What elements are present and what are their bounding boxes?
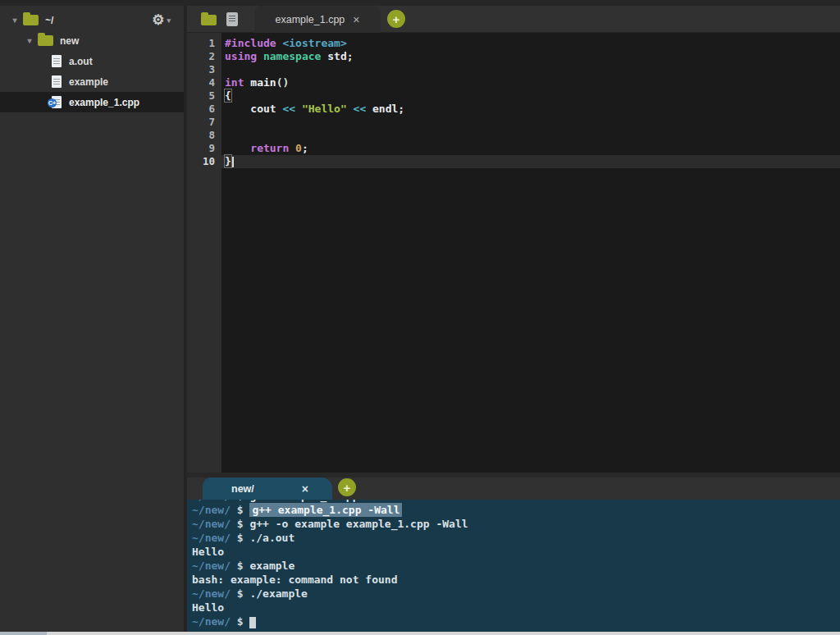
horizontal-scrollbar[interactable] bbox=[0, 632, 840, 635]
code-token: <iostream> bbox=[282, 37, 346, 49]
prompt-symbol: $ bbox=[231, 500, 249, 502]
prompt-path: ~/new/ bbox=[192, 500, 231, 502]
code-token: ; bbox=[398, 103, 404, 115]
terminal-cursor bbox=[249, 617, 256, 628]
code-token: std bbox=[327, 50, 346, 62]
prompt-path: ~/new/ bbox=[192, 587, 231, 600]
close-icon[interactable]: × bbox=[302, 482, 308, 496]
text-cursor bbox=[232, 157, 234, 167]
line-number: 5 bbox=[187, 89, 221, 103]
folder-icon[interactable] bbox=[201, 15, 217, 25]
code-token bbox=[289, 142, 295, 154]
tree-item-example[interactable]: example bbox=[0, 71, 184, 92]
code-token: endl bbox=[372, 103, 398, 115]
chevron-down-icon[interactable]: ▾ bbox=[10, 16, 20, 25]
tab-example-1-cpp[interactable]: example_1.cpp × bbox=[254, 6, 381, 33]
terminal-output-line[interactable]: bash: example: command not found bbox=[192, 573, 840, 587]
terminal-command: example bbox=[249, 560, 294, 572]
code-line[interactable]: cout << "Hello" << endl; bbox=[221, 103, 840, 116]
code-token: () bbox=[276, 76, 290, 89]
terminal-prompt-line[interactable]: ~/new/ $ g++ -o example example_1.cpp -W… bbox=[192, 517, 840, 531]
line-number: 8 bbox=[187, 129, 221, 142]
code-token: int bbox=[225, 76, 244, 89]
prompt-path: ~/new/ bbox=[192, 504, 231, 516]
code-token bbox=[347, 103, 354, 115]
editor-code[interactable]: #include <iostream>using namespace std;i… bbox=[221, 33, 840, 473]
file-list-icon[interactable] bbox=[226, 12, 238, 26]
prompt-path: ~/new/ bbox=[192, 560, 231, 572]
new-terminal-button[interactable]: + bbox=[338, 478, 356, 496]
terminal-output-text: Hello bbox=[192, 601, 224, 614]
prompt-symbol: $ bbox=[231, 560, 249, 572]
code-editor[interactable]: 12345678910 #include <iostream>using nam… bbox=[187, 33, 840, 473]
line-number: 1 bbox=[187, 37, 221, 50]
tab-terminal-new[interactable]: new/ × bbox=[203, 477, 332, 500]
terminal-output-line[interactable]: Hello bbox=[192, 545, 840, 559]
terminal-output-text: bash: example: command not found bbox=[192, 573, 397, 586]
terminal-prompt-line[interactable]: ~/new/ $ bbox=[192, 614, 840, 628]
terminal-prompt-line[interactable]: ~/new/ $ example bbox=[192, 559, 840, 573]
new-tab-button[interactable]: + bbox=[387, 10, 405, 28]
scrollbar-thumb[interactable] bbox=[0, 632, 47, 635]
prompt-symbol: $ bbox=[231, 532, 249, 544]
code-line[interactable]: #include <iostream> bbox=[221, 37, 840, 50]
code-token bbox=[257, 50, 263, 62]
code-token: 0 bbox=[295, 142, 302, 154]
line-number: 3 bbox=[187, 63, 221, 76]
tree-item-label: example_1.cpp bbox=[69, 97, 139, 108]
code-token: ; bbox=[302, 142, 308, 154]
terminal-output-line[interactable]: Hello bbox=[192, 601, 840, 614]
chevron-down-icon: ▾ bbox=[167, 16, 171, 25]
code-token: namespace bbox=[263, 50, 321, 62]
code-line[interactable]: return 0; bbox=[221, 142, 840, 155]
code-line[interactable] bbox=[221, 129, 840, 142]
tree-item-a-out[interactable]: a.out bbox=[0, 51, 184, 71]
code-line[interactable] bbox=[221, 116, 840, 129]
tree-item-root[interactable]: ▾ ~/ ⚙ ▾ bbox=[0, 10, 184, 30]
code-token: #include bbox=[225, 37, 276, 49]
chevron-down-icon[interactable]: ▾ bbox=[25, 36, 34, 45]
cpp-badge: C+ bbox=[48, 98, 57, 107]
line-number: 6 bbox=[187, 103, 221, 116]
tree-item-label: example bbox=[69, 76, 108, 88]
code-line[interactable]: { bbox=[221, 89, 840, 103]
tree-item-label: ~/ bbox=[45, 15, 53, 26]
settings-button[interactable]: ⚙ ▾ bbox=[152, 13, 171, 27]
tree-item-label: a.out bbox=[69, 56, 93, 67]
prompt-path: ~/new/ bbox=[192, 615, 231, 628]
code-line[interactable] bbox=[221, 63, 840, 76]
cpp-file-icon: C+ bbox=[52, 96, 62, 108]
terminal-panel[interactable]: ~/new/ $ g++ example_1.cpp -Wall~/new/ $… bbox=[187, 500, 840, 632]
editor-gutter: 12345678910 bbox=[187, 33, 221, 473]
tab-label: new/ bbox=[231, 483, 254, 495]
code-token bbox=[366, 103, 372, 115]
code-token: << bbox=[282, 103, 295, 115]
code-token: main bbox=[250, 76, 276, 89]
prompt-symbol: $ bbox=[231, 587, 249, 600]
code-token: { bbox=[225, 89, 231, 102]
prompt-symbol: $ bbox=[231, 615, 249, 628]
code-line[interactable]: using namespace std; bbox=[221, 50, 840, 63]
tree-item-example-1-cpp[interactable]: C+ example_1.cpp bbox=[0, 92, 184, 112]
prompt-path: ~/new/ bbox=[192, 518, 231, 530]
line-number: 10 bbox=[187, 155, 221, 168]
terminal-command: ./example bbox=[249, 587, 307, 600]
code-line[interactable]: int main() bbox=[221, 76, 840, 89]
code-line[interactable]: } bbox=[221, 155, 840, 168]
plus-icon: + bbox=[393, 12, 400, 26]
plus-icon: + bbox=[344, 481, 351, 495]
tree-item-new-folder[interactable]: ▾ new bbox=[0, 30, 184, 51]
tab-label: example_1.cpp bbox=[276, 14, 345, 25]
code-token bbox=[225, 142, 250, 154]
code-token: "Hello" bbox=[302, 103, 347, 115]
file-icon bbox=[52, 75, 62, 88]
code-token: ; bbox=[347, 50, 354, 62]
prompt-path: ~/new/ bbox=[192, 532, 231, 544]
code-token: << bbox=[354, 103, 367, 115]
terminal-prompt-line[interactable]: ~/new/ $ ./a.out bbox=[192, 531, 840, 545]
close-icon[interactable]: × bbox=[353, 13, 359, 26]
code-token: } bbox=[225, 155, 231, 167]
line-number: 2 bbox=[187, 50, 221, 63]
terminal-prompt-line[interactable]: ~/new/ $ g++ example_1.cpp -Wall bbox=[192, 503, 840, 517]
terminal-prompt-line[interactable]: ~/new/ $ ./example bbox=[192, 587, 840, 601]
